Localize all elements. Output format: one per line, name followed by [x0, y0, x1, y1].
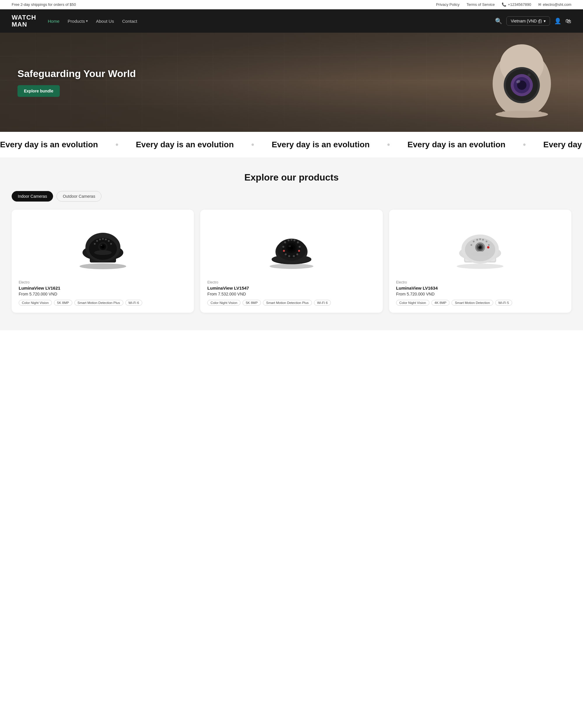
- product-tags-2: Color Night Vision 5K 8MP Smart Motion D…: [207, 300, 376, 306]
- svg-point-38: [293, 239, 295, 241]
- svg-point-59: [476, 239, 478, 241]
- email-contact: ✉ electro@sht.com: [538, 2, 571, 7]
- tag-motion-2: Smart Motion Detection Plus: [263, 300, 312, 306]
- currency-selector[interactable]: Vietnam (VND ₫) ▾: [506, 16, 550, 26]
- cart-icon[interactable]: 🛍: [565, 18, 571, 25]
- tag-motion-1: Smart Motion Detection Plus: [74, 300, 123, 306]
- tag-resolution-3: 4K 8MP: [432, 300, 450, 306]
- tag-night-vision-1: Color Night Vision: [19, 300, 52, 306]
- svg-point-60: [479, 238, 481, 240]
- phone-contact: 📞 +1234567890: [502, 2, 531, 7]
- search-icon[interactable]: 🔍: [495, 18, 502, 25]
- svg-point-42: [296, 254, 298, 256]
- tag-wifi-2: Wi-Fi 6: [314, 300, 331, 306]
- svg-point-37: [290, 239, 293, 241]
- svg-point-51: [457, 264, 503, 269]
- nav-home[interactable]: Home: [48, 19, 59, 24]
- product-grid: Electro LuminaView LV1621 From 5.720.000…: [12, 210, 571, 313]
- svg-point-58: [473, 241, 475, 242]
- nav-left: WATCH MAN Home Products ▾ About Us Conta…: [12, 14, 137, 28]
- marquee-separator-4: •: [523, 140, 526, 149]
- terms-link[interactable]: Terms of Service: [467, 2, 495, 7]
- product-cam-svg-3: [451, 221, 509, 271]
- nav-products[interactable]: Products ▾: [67, 19, 88, 24]
- product-card-1[interactable]: Electro LuminaView LV1621 From 5.720.000…: [12, 210, 194, 313]
- nav-contact[interactable]: Contact: [122, 19, 137, 24]
- camera-svg: [484, 42, 560, 123]
- nav-links: Home Products ▾ About Us Contact: [48, 19, 137, 24]
- top-bar: Free 2-day shippings for orders of $50 P…: [0, 0, 583, 9]
- tag-night-vision-3: Color Night Vision: [396, 300, 429, 306]
- hero-section: Safeguarding Your World Explore bundle: [0, 33, 583, 132]
- marquee-separator-3: •: [387, 140, 390, 149]
- marquee-track: Every day is an evolution • Every day is…: [0, 140, 583, 149]
- marquee-text-5: Every day is an evolution: [543, 140, 583, 149]
- svg-point-61: [482, 239, 484, 241]
- product-image-1: [19, 217, 187, 275]
- tab-indoor-cameras[interactable]: Indoor Cameras: [12, 191, 53, 202]
- svg-point-27: [94, 250, 112, 255]
- product-name-2: LuminaView LV1547: [207, 286, 376, 290]
- marquee-text-2: Every day is an evolution: [136, 140, 234, 149]
- product-cam-svg-1: [74, 221, 132, 271]
- product-tags-1: Color Night Vision 5K 8MP Smart Motion D…: [19, 300, 187, 306]
- nav-right: 🔍 Vietnam (VND ₫) ▾ 👤 🛍: [495, 16, 571, 26]
- nav-about[interactable]: About Us: [96, 19, 114, 24]
- marquee-separator-1: •: [115, 140, 118, 149]
- tag-resolution-2: 5K 8MP: [243, 300, 261, 306]
- svg-point-16: [94, 243, 95, 245]
- marquee-text-1: Every day is an evolution: [0, 140, 98, 149]
- svg-point-22: [110, 243, 112, 245]
- product-image-3: [396, 217, 564, 275]
- marquee-text-4: Every day is an evolution: [408, 140, 505, 149]
- privacy-link[interactable]: Privacy Policy: [436, 2, 460, 7]
- svg-point-28: [270, 264, 313, 269]
- svg-point-18: [99, 239, 101, 240]
- tag-motion-3: Smart Motion Detection: [451, 300, 493, 306]
- svg-point-57: [470, 244, 472, 246]
- marquee-text-3: Every day is an evolution: [272, 140, 370, 149]
- marquee-section: Every day is an evolution • Every day is…: [0, 132, 583, 157]
- main-nav: WATCH MAN Home Products ▾ About Us Conta…: [0, 9, 583, 33]
- svg-point-36: [287, 239, 289, 241]
- tag-resolution-1: 5K 8MP: [54, 300, 72, 306]
- category-tabs: Indoor Cameras Outdoor Cameras: [12, 191, 571, 202]
- phone-icon: 📞: [502, 2, 506, 7]
- svg-point-44: [288, 255, 290, 257]
- chevron-down-icon: ▾: [544, 19, 546, 23]
- svg-point-11: [80, 263, 126, 269]
- products-section: Explore our products Indoor Cameras Outd…: [0, 157, 583, 330]
- svg-point-67: [479, 246, 481, 248]
- tag-wifi-3: Wi-Fi 5: [495, 300, 512, 306]
- hero-camera-image: [484, 42, 560, 123]
- svg-point-40: [299, 246, 301, 248]
- hero-title: Safeguarding Your World: [18, 68, 136, 79]
- product-price-2: From 7.532.000 VND: [207, 292, 376, 296]
- svg-point-46: [283, 250, 285, 252]
- top-bar-right: Privacy Policy Terms of Service 📞 +12345…: [436, 2, 571, 7]
- svg-point-20: [105, 239, 107, 240]
- svg-point-39: [297, 241, 299, 243]
- account-icon[interactable]: 👤: [554, 18, 561, 25]
- svg-point-63: [488, 244, 490, 246]
- tag-night-vision-2: Color Night Vision: [207, 300, 241, 306]
- svg-point-45: [284, 254, 286, 256]
- product-cam-svg-2: [262, 221, 321, 271]
- svg-point-41: [298, 250, 300, 252]
- logo[interactable]: WATCH MAN: [12, 14, 36, 28]
- product-price-3: From 5.720.000 VND: [396, 292, 564, 296]
- explore-bundle-button[interactable]: Explore bundle: [18, 85, 60, 97]
- product-price-1: From 5.720.000 VND: [19, 292, 187, 296]
- product-card-2[interactable]: Electro LuminaView LV1547 From 7.532.000…: [200, 210, 383, 313]
- tag-wifi-1: Wi-Fi 6: [126, 300, 142, 306]
- product-brand-2: Electro: [207, 280, 376, 284]
- product-name-1: LuminaView LV1621: [19, 286, 187, 290]
- svg-point-69: [487, 246, 490, 249]
- tab-outdoor-cameras[interactable]: Outdoor Cameras: [57, 191, 101, 202]
- product-card-3[interactable]: Electro LuminaView LV1634 From 5.720.000…: [389, 210, 571, 313]
- hero-content: Safeguarding Your World Explore bundle: [0, 68, 136, 97]
- svg-point-43: [293, 255, 295, 257]
- product-name-3: LuminaView LV1634: [396, 286, 564, 290]
- product-brand-3: Electro: [396, 280, 564, 284]
- svg-point-34: [282, 246, 284, 248]
